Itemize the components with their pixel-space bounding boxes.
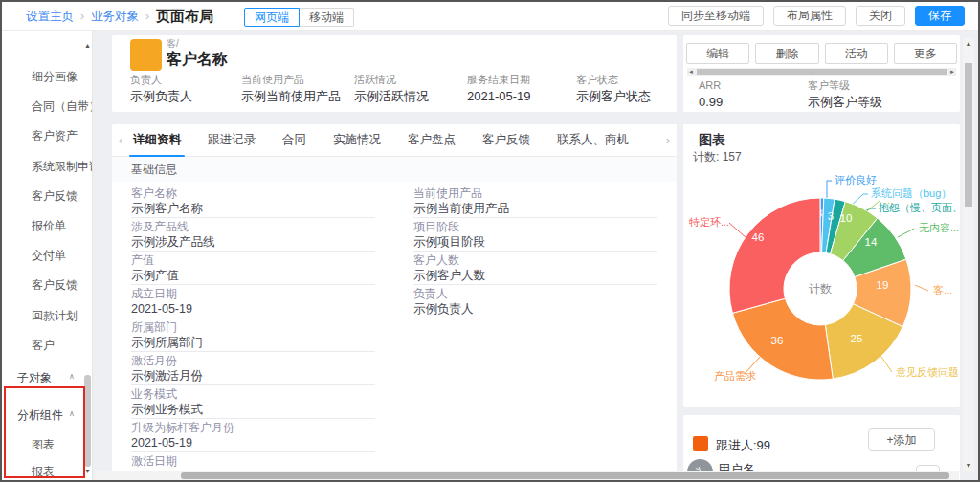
breadcrumb-item[interactable]: 设置主页 [26, 9, 74, 25]
donut-center-label: 计数 [809, 282, 832, 296]
detail-card: ‹ 详细资料跟进记录合同实施情况客户盘点客户反馈联系人、商机 › 基础信息 客户… [112, 124, 677, 475]
sidebar-item[interactable]: 合同（自带） [32, 99, 93, 115]
tab-active[interactable]: 详细资料 [133, 124, 181, 157]
slice-value-label: 19 [877, 279, 889, 291]
tab-item[interactable]: 联系人、商机 [557, 124, 629, 157]
record-field: 客户等级示例客户等级 [808, 78, 951, 110]
form-field[interactable]: 业务模式示例业务模式 [131, 387, 375, 419]
horizontal-scrollbar[interactable] [95, 471, 959, 480]
field-value: 2021-05-19 [131, 435, 375, 452]
form-field[interactable]: 所属部门示例所属部门 [131, 320, 375, 352]
sidebar-scrollbar-thumb[interactable] [84, 375, 91, 467]
follower-icon [693, 436, 708, 451]
form-field[interactable]: 项目阶段示例项目阶段 [413, 220, 657, 252]
field-label: 涉及产品线 [131, 220, 375, 234]
slice-value-label: 25 [851, 333, 863, 344]
field-label: 当前使用产品 [413, 186, 657, 201]
field-label: 当前使用产品 [241, 73, 354, 86]
field-value: 示例所属部门 [131, 335, 375, 352]
tabs-prev-icon[interactable]: ‹ [119, 133, 122, 147]
record-action-fields: ARR0.99客户等级示例客户等级 [699, 78, 951, 110]
sidebar-item[interactable]: 报价单 [32, 218, 66, 234]
slice-callout-label: 系统问题（bug） [871, 187, 951, 199]
horizontal-scrollbar-thumb[interactable] [181, 472, 949, 479]
sidebar-item[interactable]: 客户反馈 [32, 188, 78, 205]
scroll-right-icon[interactable]: ► [949, 68, 955, 76]
record-action-button[interactable]: 活动 [825, 43, 888, 64]
field-label: 升级为标杆客户月份 [131, 421, 375, 435]
form-field[interactable]: 成立日期2021-05-19 [131, 287, 375, 318]
callout-line [729, 223, 746, 238]
tab-item[interactable]: 合同 [282, 124, 306, 157]
actions-hscrollbar-thumb[interactable] [697, 69, 947, 75]
form-field[interactable]: 升级为标杆客户月份2021-05-19 [131, 421, 375, 452]
form-field[interactable]: 客户名称示例客户名称 [131, 186, 375, 218]
field-label: 客户人数 [413, 253, 657, 268]
form-field[interactable]: 客户人数示例客户人数 [413, 253, 657, 285]
field-label: 激活月份 [131, 354, 375, 368]
scroll-left-icon[interactable]: ◄ [688, 68, 694, 76]
tab-item[interactable]: 客户盘点 [408, 124, 456, 157]
form-field[interactable]: 当前使用产品示例当前使用产品 [413, 186, 657, 218]
sidebar-item[interactable]: 细分画像 [32, 69, 78, 85]
view-toggle-active[interactable]: 网页端 [244, 8, 300, 27]
save-button[interactable]: 保存 [915, 6, 965, 26]
sidebar-item[interactable]: 客户反馈 [32, 277, 78, 294]
vertical-scrollbar[interactable]: ▲ ▼ [963, 38, 974, 471]
sidebar-item[interactable]: 交付单 [32, 248, 66, 264]
chart-card[interactable]: 图表 计数: 157 1评价良好3系统问题（bug）3抱怨（慢、页面、...10… [683, 124, 960, 407]
vscroll-down-icon[interactable]: ▼ [963, 462, 974, 469]
record-actions-card: 编辑删除活动更多 ◄ ► ARR0.99客户等级示例客户等级 [683, 35, 960, 112]
field-value: 示例当前使用产品 [241, 89, 354, 104]
field-label: 业务模式 [131, 387, 375, 402]
record-action-button[interactable]: 删除 [755, 43, 818, 64]
sidebar-item[interactable]: 客户资产 [32, 128, 78, 144]
tab-item[interactable]: 跟进记录 [208, 124, 256, 157]
tab-item[interactable]: 实施情况 [333, 124, 381, 157]
summary-field: 负责人示例负责人 [130, 73, 241, 104]
form-right-column: 当前使用产品示例当前使用产品项目阶段示例项目阶段客户人数示例客户人数负责人示例负… [413, 186, 657, 475]
sidebar-item[interactable]: 子对象 [17, 370, 52, 386]
field-value: 2021-05-19 [467, 89, 576, 104]
form-field[interactable]: 产值示例产值 [131, 253, 375, 285]
field-value: 示例客户等级 [808, 95, 951, 110]
summary-field: 当前使用产品示例当前使用产品 [241, 73, 354, 104]
app-window: 设置主页›业务对象›页面布局 网页端移动端 同步至移动端布局属性关闭保存 ▲ ▼… [0, 0, 980, 482]
view-toggle: 网页端移动端 [244, 8, 354, 27]
callout-line [898, 229, 914, 237]
sidebar-item[interactable]: 图表 [32, 437, 55, 453]
breadcrumb-separator-icon: › [145, 10, 149, 23]
form-field[interactable]: 负责人示例负责人 [413, 287, 657, 318]
chart-title: 图表 [699, 132, 725, 149]
header-action-button[interactable]: 布局属性 [773, 6, 846, 26]
record-action-button[interactable]: 更多 [894, 43, 957, 64]
form-field[interactable]: 激活月份示例激活月份 [131, 354, 375, 385]
view-toggle-inactive[interactable]: 移动端 [300, 8, 354, 27]
add-follower-button[interactable]: +添加 [868, 428, 935, 451]
sidebar-item[interactable]: 报表 [32, 464, 55, 480]
tab-item[interactable]: 客户反馈 [482, 124, 530, 157]
sidebar-item[interactable]: 客户 [32, 338, 55, 354]
vertical-scrollbar-thumb[interactable] [965, 63, 972, 207]
record-action-button[interactable]: 编辑 [686, 43, 749, 64]
field-value: 示例负责人 [413, 301, 657, 318]
tabs-next-icon[interactable]: › [666, 133, 670, 147]
header-action-button[interactable]: 同步至移动端 [668, 6, 764, 26]
header-action-button[interactable]: 关闭 [856, 6, 905, 26]
actions-hscrollbar[interactable]: ◄ ► [687, 68, 956, 76]
form-field[interactable]: 涉及产品线示例涉及产品线 [131, 220, 375, 252]
top-header: 设置主页›业务对象›页面布局 网页端移动端 同步至移动端布局属性关闭保存 [2, 2, 978, 31]
customer-summary-card[interactable]: 客/ 客户名称 负责人示例负责人当前使用产品示例当前使用产品活跃情况示例活跃情况… [112, 35, 677, 112]
sidebar-item[interactable]: 系统限制申请明细 [32, 159, 93, 175]
breadcrumb-item[interactable]: 业务对象 [91, 9, 139, 25]
sidebar-item[interactable]: 分析组件 [17, 407, 63, 424]
collapse-caret-icon[interactable]: ∧ [69, 372, 75, 381]
sidebar-item[interactable]: 回款计划 [32, 308, 78, 324]
vscroll-up-icon[interactable]: ▲ [963, 40, 974, 47]
collapse-caret-icon[interactable]: ∧ [69, 409, 75, 418]
slice-callout-label: 产品需求 [714, 370, 756, 382]
field-value: 示例活跃情况 [354, 89, 467, 104]
field-value: 示例客户状态 [576, 89, 677, 104]
sidebar-scroll-down-icon[interactable]: ▼ [84, 468, 91, 474]
sidebar-scroll-up-icon[interactable]: ▲ [84, 42, 91, 49]
